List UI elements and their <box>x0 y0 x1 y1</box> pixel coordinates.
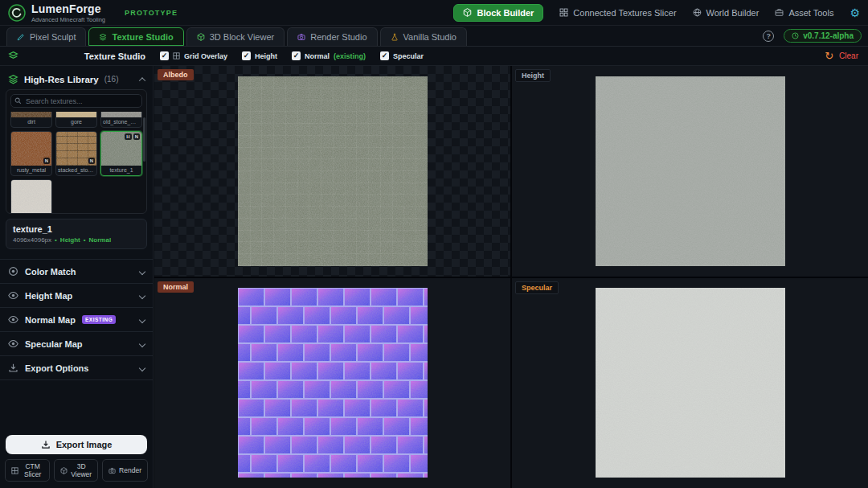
toggle-label: Grid Overlay <box>184 52 227 60</box>
texture-thumb-label: stacked_stone_brick <box>56 166 96 175</box>
help-icon[interactable]: ? <box>763 31 774 42</box>
texture-thumb-gore[interactable]: gore <box>55 112 97 128</box>
section-height-map[interactable]: Height Map <box>0 283 153 307</box>
footer-button-label: CTM Slicer <box>22 462 43 478</box>
nav-world-builder[interactable]: World Builder <box>693 8 760 18</box>
tab-3d-block-viewer[interactable]: 3D Block Viewer <box>186 27 285 46</box>
layer-toggles: ✓ Grid Overlay ✓ Height ✓ Normal (existi… <box>154 51 424 60</box>
viewport-normal: Normal <box>154 278 510 488</box>
search-input[interactable] <box>10 94 142 108</box>
texture-studio-toolbar: Texture Studio ✓ Grid Overlay ✓ Height ✓… <box>0 47 868 66</box>
toggle-normal[interactable]: ✓ Normal (existing) <box>292 51 366 60</box>
toolbox-icon <box>775 8 784 17</box>
toggle-label: Specular <box>393 52 424 60</box>
nav-asset-tools[interactable]: Asset Tools <box>775 8 833 18</box>
section-label: Specular Map <box>25 339 83 349</box>
library-count: (16) <box>104 75 119 84</box>
texture-thumb-old-stone-wall[interactable]: old_stone_wall <box>100 112 142 128</box>
section-color-match[interactable]: Color Match <box>0 259 153 283</box>
section-specular-map[interactable]: Specular Map <box>0 331 153 355</box>
library-scrollbar[interactable] <box>143 117 145 162</box>
version-label: v0.7.12-alpha <box>803 31 854 40</box>
block-builder-button[interactable]: Block Builder <box>453 4 543 22</box>
toggle-label: Height <box>255 52 277 60</box>
clear-button[interactable]: Clear <box>839 51 858 60</box>
texture-grid-scroll[interactable]: dirt gore old_stone_wall <box>6 112 146 213</box>
library-panel: dirt gore old_stone_wall <box>6 89 147 214</box>
texture-thumb-partial[interactable] <box>10 179 52 213</box>
check-icon: ✓ <box>242 51 251 60</box>
header-nav: Block Builder Connected Textures Slicer … <box>453 4 860 22</box>
selected-texture-name: texture_1 <box>13 224 140 234</box>
layers-icon <box>99 33 107 41</box>
tab-vanilla-studio[interactable]: Vanilla Studio <box>380 27 467 46</box>
app-logo-icon <box>8 4 26 22</box>
download-icon <box>41 440 51 449</box>
grid-icon <box>11 467 18 474</box>
sidebar-sections: Color Match Height Map Normal Map EXISTI… <box>0 259 153 380</box>
globe-icon <box>693 8 702 17</box>
tab-label: Pixel Sculpt <box>30 32 76 42</box>
toggle-grid-overlay[interactable]: ✓ Grid Overlay <box>160 51 227 60</box>
toolbar-title-group: Texture Studio <box>0 51 154 61</box>
normal-texture-preview <box>238 288 428 478</box>
app-logo-group: LumenForge Advanced Minecraft Tooling <box>8 2 105 23</box>
brush-icon <box>17 33 25 41</box>
tab-label: Render Studio <box>310 32 366 42</box>
search-icon <box>14 97 22 105</box>
selected-texture-meta: 4096x4096px • Height • Normal <box>13 236 140 244</box>
chevron-down-icon <box>139 364 145 371</box>
grid-overlay <box>238 76 428 266</box>
viewport-specular: Specular <box>512 278 868 488</box>
render-button[interactable]: Render <box>102 459 148 482</box>
tab-render-studio[interactable]: Render Studio <box>287 27 377 46</box>
section-normal-map[interactable]: Normal Map EXISTING <box>0 307 153 331</box>
settings-gear-icon[interactable]: ⚙ <box>850 7 860 18</box>
map-badge: N <box>133 133 140 140</box>
texture-thumb-stacked-stone[interactable]: N stacked_stone_brick <box>55 131 97 176</box>
check-icon: ✓ <box>160 51 169 60</box>
texture-grid: dirt gore old_stone_wall <box>6 112 146 213</box>
toolbar-right: ↻ Clear <box>825 51 868 61</box>
nav-label: Connected Textures Slicer <box>573 8 676 18</box>
section-label: Height Map <box>25 291 72 301</box>
chevron-down-icon <box>139 268 145 274</box>
camera-icon <box>297 33 305 41</box>
texture-thumb-rusty-metal[interactable]: N rusty_metal <box>10 131 52 176</box>
sidebar: High-Res Library (16) dirt <box>0 66 154 488</box>
nav-label: World Builder <box>706 8 760 18</box>
nav-connected-textures-slicer[interactable]: Connected Textures Slicer <box>559 8 676 18</box>
texture-thumb-image: N <box>11 132 51 166</box>
3d-viewer-button[interactable]: 3D Viewer <box>54 459 98 482</box>
texture-thumb-texture-1[interactable]: H N texture_1 <box>100 131 142 176</box>
toggle-height[interactable]: ✓ Height <box>242 51 277 60</box>
bullet-icon: • <box>55 236 57 244</box>
viewport-label: Albedo <box>158 69 194 80</box>
eye-icon <box>8 314 18 325</box>
tab-texture-studio[interactable]: Texture Studio <box>88 27 183 46</box>
library-title: High-Res Library <box>24 75 99 84</box>
search-box <box>10 94 142 108</box>
texture-thumb-label: dirt <box>11 117 51 127</box>
refresh-icon[interactable]: ↻ <box>825 51 833 61</box>
viewport-albedo: Albedo <box>154 66 510 277</box>
layers-icon <box>8 74 18 84</box>
toggle-label: Normal <box>305 52 330 60</box>
section-export-options[interactable]: Export Options <box>0 355 153 379</box>
section-label: Color Match <box>25 267 76 277</box>
specular-texture-preview <box>596 288 785 478</box>
check-icon: ✓ <box>380 51 389 60</box>
ctm-slicer-button[interactable]: CTM Slicer <box>5 459 50 482</box>
texture-thumb-dirt[interactable]: dirt <box>10 112 52 128</box>
studio-tabbar: Pixel Sculpt Texture Studio 3D Block Vie… <box>0 26 868 47</box>
tab-pixel-sculpt[interactable]: Pixel Sculpt <box>6 27 86 46</box>
app-name: LumenForge <box>31 2 105 15</box>
existing-badge: EXISTING <box>82 315 116 324</box>
viewport-height: Height <box>512 66 868 277</box>
export-image-button[interactable]: Export Image <box>6 435 147 454</box>
map-badge: N <box>43 158 50 164</box>
library-section-header[interactable]: High-Res Library (16) <box>0 66 153 89</box>
texture-thumb-image <box>11 180 51 213</box>
toolbar-title: Texture Studio <box>84 51 145 61</box>
toggle-specular[interactable]: ✓ Specular <box>380 51 424 60</box>
